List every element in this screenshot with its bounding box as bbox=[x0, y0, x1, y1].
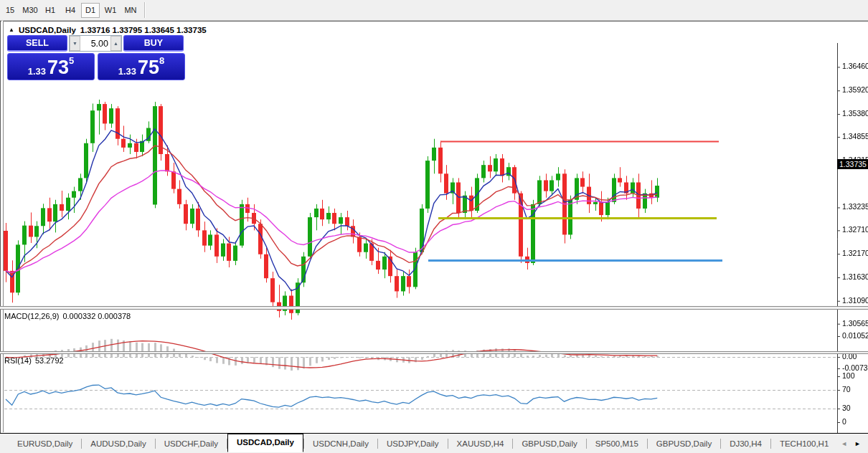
timeframe-button-h4[interactable]: H4 bbox=[61, 3, 80, 18]
chart-tab-gbpusd-daily[interactable]: GBPUSD,Daily bbox=[648, 436, 720, 452]
chart-tab-usdchf-daily[interactable]: USDCHF,Daily bbox=[156, 436, 227, 452]
timeframe-button-h1[interactable]: H1 bbox=[41, 3, 60, 18]
chart-symbol-label: USDCAD,Daily bbox=[19, 26, 76, 34]
chart-canvas[interactable] bbox=[1, 42, 868, 453]
tab-scroll-controls: ◄ ► bbox=[841, 440, 868, 447]
macd-values: 0.000332 0.000378 bbox=[62, 312, 131, 320]
rsi-value: 53.2792 bbox=[35, 356, 64, 365]
chart-tabs: EURUSD,DailyAUDUSD,DailyUSDCHF,DailyUSDC… bbox=[9, 435, 837, 452]
buy-price-sup: 8 bbox=[159, 55, 164, 66]
chart-tab-tech100-h1[interactable]: TECH100,H1 bbox=[771, 436, 837, 452]
current-price-tag: 1.33735 bbox=[837, 159, 868, 169]
rsi-label: RSI(14)53.2792 bbox=[4, 356, 67, 365]
timeframe-buttons: 15M30H1H4D1W1MN bbox=[0, 3, 141, 18]
sell-price-big: 73 bbox=[47, 58, 69, 77]
buy-price-big: 75 bbox=[138, 58, 159, 77]
rsi-splitter[interactable] bbox=[0, 351, 868, 354]
macd-label: MACD(12,26,9)0.000332 0.000378 bbox=[4, 312, 134, 320]
chart-tab-sp500-m15[interactable]: SP500,M15 bbox=[587, 436, 647, 452]
chart-tab-usdcad-daily[interactable]: USDCAD,Daily bbox=[227, 434, 303, 452]
buy-button[interactable]: BUY bbox=[123, 35, 184, 52]
volume-value[interactable]: 5.00 bbox=[80, 36, 110, 51]
timeframe-button-d1[interactable]: D1 bbox=[81, 3, 100, 18]
tab-scroll-left-icon[interactable]: ◄ bbox=[841, 440, 847, 447]
chart-tab-usdjpy-daily[interactable]: USDJPY,Daily bbox=[378, 436, 448, 452]
sell-button[interactable]: SELL bbox=[7, 35, 67, 52]
chart-tab-gbpusd-daily[interactable]: GBPUSD,Daily bbox=[513, 436, 585, 452]
chart-tab-eurusd-daily[interactable]: EURUSD,Daily bbox=[9, 436, 81, 452]
one-click-trade-panel: SELL ▼ 5.00 ▲ BUY 1.33 73 5 1.33 75 8 bbox=[7, 35, 185, 80]
buy-price-small: 1.33 bbox=[118, 65, 136, 77]
timeframe-button-w1[interactable]: W1 bbox=[101, 3, 120, 18]
timeframe-button-15[interactable]: 15 bbox=[1, 3, 19, 18]
macd-name: MACD(12,26,9) bbox=[4, 312, 59, 320]
timeframe-button-m30[interactable]: M30 bbox=[21, 3, 39, 18]
window-left-edge bbox=[1, 21, 4, 432]
collapse-triangle-icon[interactable]: ▲ bbox=[9, 27, 14, 33]
timeframe-button-mn[interactable]: MN bbox=[121, 3, 140, 18]
chart-tab-xauusd-h4[interactable]: XAUUSD,H4 bbox=[448, 436, 513, 452]
macd-splitter[interactable] bbox=[0, 306, 868, 310]
chart-tab-bar: EURUSD,DailyAUDUSD,DailyUSDCHF,DailyUSDC… bbox=[0, 433, 868, 453]
chart-ohlc-values: 1.33716 1.33795 1.33645 1.33735 bbox=[80, 26, 207, 34]
chart-tab-dj30-h4[interactable]: DJ30,H4 bbox=[721, 436, 770, 452]
chart-tab-audusd-daily[interactable]: AUDUSD,Daily bbox=[82, 436, 154, 452]
sell-price-box[interactable]: 1.33 73 5 bbox=[7, 53, 95, 80]
volume-decrease-icon[interactable]: ▼ bbox=[70, 36, 80, 51]
chart-window bbox=[0, 21, 868, 433]
chart-tab-usdcnh-daily[interactable]: USDCNH,Daily bbox=[304, 436, 377, 452]
chart-title: ▲ USDCAD,Daily 1.33716 1.33795 1.33645 1… bbox=[9, 26, 207, 34]
toolbar-separator bbox=[144, 2, 146, 18]
volume-stepper: ▼ 5.00 ▲ bbox=[69, 35, 122, 52]
tab-scroll-right-icon[interactable]: ► bbox=[854, 440, 861, 447]
timeframe-toolbar: 15M30H1H4D1W1MN bbox=[0, 0, 868, 21]
rsi-name: RSI(14) bbox=[4, 356, 32, 365]
sell-price-sup: 5 bbox=[69, 55, 74, 66]
buy-price-box[interactable]: 1.33 75 8 bbox=[98, 53, 185, 80]
volume-increase-icon[interactable]: ▲ bbox=[110, 36, 121, 51]
sell-price-small: 1.33 bbox=[28, 65, 46, 77]
